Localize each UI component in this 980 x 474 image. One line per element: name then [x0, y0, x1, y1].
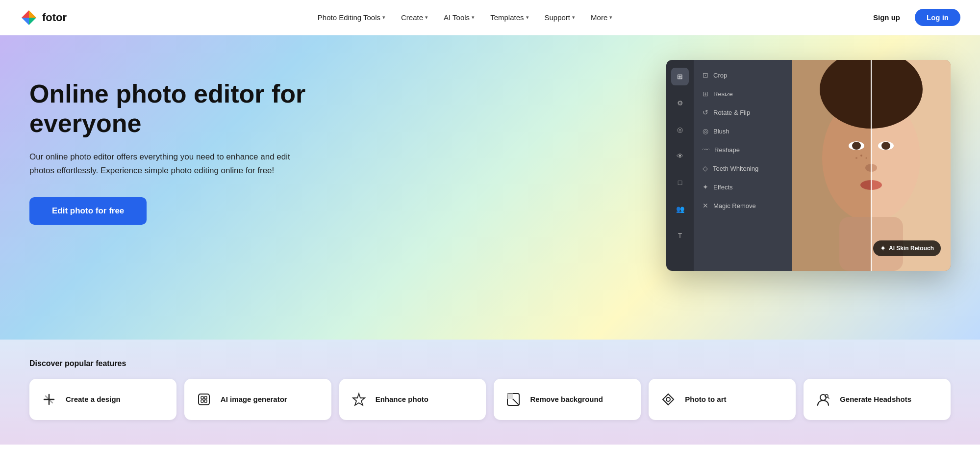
svg-point-24: [881, 142, 890, 150]
svg-rect-35: [201, 400, 203, 402]
feature-ai-image-generator[interactable]: AI image generator: [184, 379, 331, 420]
login-button[interactable]: Log in: [915, 9, 960, 26]
photo-to-art-icon: [658, 390, 678, 409]
chevron-down-icon: ▾: [425, 14, 428, 21]
magic-remove-icon: ✕: [703, 202, 708, 210]
hero-content: Online photo editor for everyone Our onl…: [29, 65, 324, 225]
nav-support[interactable]: Support ▾: [538, 9, 582, 26]
sidebar-square-icon[interactable]: □: [671, 174, 689, 191]
ai-skin-retouch-badge: ✦ AI Skin Retouch: [873, 240, 941, 256]
nav-links: Photo Editing Tools ▾ Create ▾ AI Tools …: [311, 9, 619, 26]
enhance-photo-icon: [349, 390, 369, 409]
panel-reshape[interactable]: 〰 Reshape: [694, 140, 792, 159]
chevron-down-icon: ▾: [526, 14, 529, 21]
editor-preview-container: ⊞ ⚙ ◎ 👁 □ 👥 T ⊡ Crop ⊞ Resize ↺: [666, 60, 951, 271]
svg-point-14: [866, 158, 867, 159]
features-grid: Create a design AI image generator E: [29, 379, 951, 420]
svg-rect-36: [204, 400, 207, 402]
editor-panel: ⊡ Crop ⊞ Resize ↺ Rotate & Flip ◎ Blush …: [694, 60, 792, 271]
chevron-down-icon: ▾: [472, 14, 475, 21]
panel-crop[interactable]: ⊡ Crop: [694, 66, 792, 84]
editor-preview: ⊞ ⚙ ◎ 👁 □ 👥 T ⊡ Crop ⊞ Resize ↺: [666, 60, 951, 271]
signup-button[interactable]: Sign up: [863, 9, 910, 26]
nav-ai-tools[interactable]: AI Tools ▾: [437, 9, 481, 26]
svg-rect-40: [507, 394, 513, 399]
panel-resize[interactable]: ⊞ Resize: [694, 84, 792, 103]
logo[interactable]: fotor: [20, 8, 67, 27]
panel-blush[interactable]: ◎ Blush: [694, 122, 792, 140]
chevron-down-icon: ▾: [609, 14, 612, 21]
editor-canvas: ✦ AI Skin Retouch: [792, 60, 951, 271]
nav-create[interactable]: Create ▾: [394, 9, 435, 26]
feature-create-design[interactable]: Create a design: [29, 379, 176, 420]
sidebar-eye-icon[interactable]: 👁: [671, 147, 689, 165]
sidebar-filter-icon[interactable]: ◎: [671, 121, 689, 138]
crop-icon: ⊡: [703, 71, 708, 79]
svg-point-41: [666, 397, 670, 401]
panel-magic-remove[interactable]: ✕ Magic Remove: [694, 196, 792, 215]
features-section-title: Discover popular features: [29, 359, 951, 368]
chevron-down-icon: ▾: [382, 14, 385, 21]
create-design-icon: [39, 390, 59, 409]
svg-rect-33: [201, 396, 203, 399]
edit-photo-cta-button[interactable]: Edit photo for free: [29, 197, 147, 225]
effects-icon: ✦: [703, 183, 708, 191]
svg-rect-32: [199, 394, 209, 405]
navbar: fotor Photo Editing Tools ▾ Create ▾ AI …: [0, 0, 980, 35]
hero-title: Online photo editor for everyone: [29, 79, 324, 138]
hero-section: Online photo editor for everyone Our onl…: [0, 35, 980, 340]
blush-icon: ◎: [703, 127, 708, 135]
svg-point-13: [860, 155, 862, 157]
chevron-down-icon: ▾: [572, 14, 575, 21]
rotate-icon: ↺: [703, 108, 708, 116]
reshape-icon: 〰: [703, 146, 709, 154]
features-section: Discover popular features Create a desig…: [0, 340, 980, 445]
nav-photo-editing-tools[interactable]: Photo Editing Tools ▾: [311, 9, 392, 26]
remove-background-icon: [503, 390, 523, 409]
teeth-icon: ◇: [703, 164, 708, 172]
nav-templates[interactable]: Templates ▾: [483, 9, 535, 26]
ai-image-generator-icon: [194, 390, 214, 409]
sidebar-adjust-icon[interactable]: ⚙: [671, 94, 689, 112]
panel-effects[interactable]: ✦ Effects: [694, 178, 792, 196]
resize-icon: ⊞: [703, 90, 708, 98]
fotor-logo-icon: [20, 8, 38, 27]
nav-actions: Sign up Log in: [863, 9, 960, 26]
feature-enhance-photo[interactable]: Enhance photo: [339, 379, 486, 420]
panel-teeth-whitening[interactable]: ◇ Teeth Whitening: [694, 159, 792, 178]
editor-sidebar: ⊞ ⚙ ◎ 👁 □ 👥 T: [666, 60, 694, 271]
feature-photo-to-art[interactable]: Photo to art: [649, 379, 796, 420]
svg-point-8: [852, 142, 861, 150]
sidebar-text-icon[interactable]: T: [671, 227, 689, 244]
feature-generate-headshots[interactable]: Generate Headshots: [804, 379, 951, 420]
svg-rect-34: [204, 396, 207, 399]
svg-marker-37: [353, 394, 365, 405]
nav-more[interactable]: More ▾: [584, 9, 619, 26]
svg-line-44: [828, 397, 829, 399]
feature-remove-background[interactable]: Remove background: [494, 379, 641, 420]
hero-description: Our online photo editor offers everythin…: [29, 150, 304, 178]
panel-rotate-flip[interactable]: ↺ Rotate & Flip: [694, 103, 792, 122]
ai-badge-icon: ✦: [880, 244, 886, 252]
logo-text: fotor: [42, 11, 67, 24]
generate-headshots-icon: [813, 390, 833, 409]
face-comparison-image: [792, 60, 951, 271]
svg-point-15: [855, 157, 857, 159]
sidebar-people-icon[interactable]: 👥: [671, 200, 689, 218]
sidebar-grid-icon[interactable]: ⊞: [671, 68, 689, 85]
